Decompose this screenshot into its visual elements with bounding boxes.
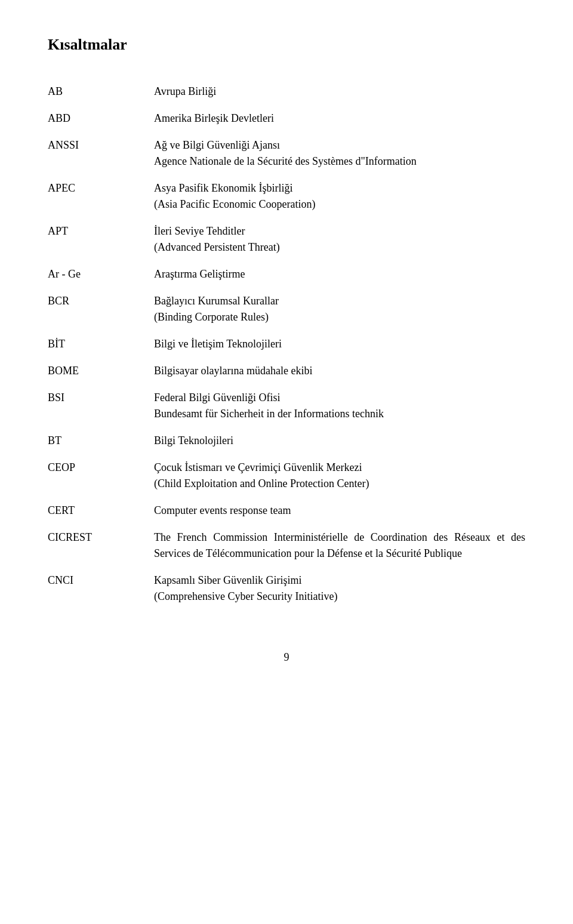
table-row: CICRESTThe French Commission Interminist… bbox=[48, 529, 525, 572]
page-title: Kısaltmalar bbox=[48, 36, 525, 54]
table-row: BOMEBilgisayar olaylarına müdahale ekibi bbox=[48, 363, 525, 390]
abbreviation-term: AB bbox=[48, 84, 154, 110]
abbreviation-term: BOME bbox=[48, 363, 154, 390]
abbreviation-definition: Avrupa Birliği bbox=[154, 84, 525, 110]
table-row: ABAvrupa Birliği bbox=[48, 84, 525, 110]
table-row: APTİleri Seviye Tehditler(Advanced Persi… bbox=[48, 223, 525, 266]
abbreviation-term: CEOP bbox=[48, 460, 154, 503]
abbreviation-term: CNCI bbox=[48, 572, 154, 615]
abbreviation-term: BİT bbox=[48, 336, 154, 363]
abbreviation-definition: Bağlayıcı Kurumsal Kurallar(Binding Corp… bbox=[154, 293, 525, 336]
abbreviation-term: ABD bbox=[48, 110, 154, 137]
abbreviation-definition: The French Commission Interministérielle… bbox=[154, 529, 525, 572]
table-row: BİTBilgi ve İletişim Teknolojileri bbox=[48, 336, 525, 363]
table-row: BCRBağlayıcı Kurumsal Kurallar(Binding C… bbox=[48, 293, 525, 336]
table-row: ABDAmerika Birleşik Devletleri bbox=[48, 110, 525, 137]
abbreviation-term: Ar - Ge bbox=[48, 266, 154, 293]
abbreviation-term: CICREST bbox=[48, 529, 154, 572]
table-row: BSIFederal Bilgi Güvenliği OfisiBundesam… bbox=[48, 390, 525, 433]
abbreviation-definition: Araştırma Geliştirme bbox=[154, 266, 525, 293]
table-row: Ar - GeAraştırma Geliştirme bbox=[48, 266, 525, 293]
abbreviation-term: APEC bbox=[48, 180, 154, 223]
page-number: 9 bbox=[48, 651, 525, 664]
abbreviation-definition: Asya Pasifik Ekonomik İşbirliği(Asia Pac… bbox=[154, 180, 525, 223]
abbreviation-term: BCR bbox=[48, 293, 154, 336]
abbreviation-term: BSI bbox=[48, 390, 154, 433]
abbreviation-definition: İleri Seviye Tehditler(Advanced Persiste… bbox=[154, 223, 525, 266]
abbreviation-definition: Amerika Birleşik Devletleri bbox=[154, 110, 525, 137]
abbreviation-definition: Computer events response team bbox=[154, 503, 525, 529]
abbreviation-term: BT bbox=[48, 433, 154, 460]
abbreviation-table: ABAvrupa BirliğiABDAmerika Birleşik Devl… bbox=[48, 84, 525, 615]
abbreviation-definition: Bilgisayar olaylarına müdahale ekibi bbox=[154, 363, 525, 390]
table-row: BTBilgi Teknolojileri bbox=[48, 433, 525, 460]
abbreviation-definition: Bilgi Teknolojileri bbox=[154, 433, 525, 460]
table-row: APECAsya Pasifik Ekonomik İşbirliği(Asia… bbox=[48, 180, 525, 223]
table-row: CEOPÇocuk İstismarı ve Çevrimiçi Güvenli… bbox=[48, 460, 525, 503]
table-row: CNCIKapsamlı Siber Güvenlik Girişimi(Com… bbox=[48, 572, 525, 615]
table-row: ANSSIAğ ve Bilgi Güvenliği AjansıAgence … bbox=[48, 137, 525, 180]
abbreviation-definition: Bilgi ve İletişim Teknolojileri bbox=[154, 336, 525, 363]
abbreviation-definition: Ağ ve Bilgi Güvenliği AjansıAgence Natio… bbox=[154, 137, 525, 180]
abbreviation-definition: Kapsamlı Siber Güvenlik Girişimi(Compreh… bbox=[154, 572, 525, 615]
abbreviation-definition: Çocuk İstismarı ve Çevrimiçi Güvenlik Me… bbox=[154, 460, 525, 503]
abbreviation-term: APT bbox=[48, 223, 154, 266]
table-row: CERTComputer events response team bbox=[48, 503, 525, 529]
abbreviation-term: ANSSI bbox=[48, 137, 154, 180]
abbreviation-definition: Federal Bilgi Güvenliği OfisiBundesamt f… bbox=[154, 390, 525, 433]
abbreviation-term: CERT bbox=[48, 503, 154, 529]
